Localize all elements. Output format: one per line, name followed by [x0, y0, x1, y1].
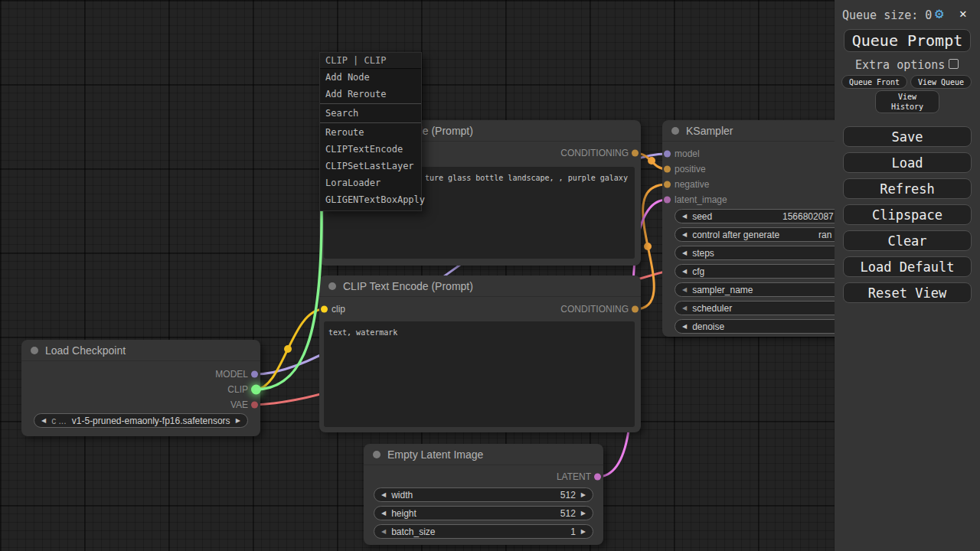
combo-prev-arrow-icon[interactable]	[41, 418, 46, 424]
prompt-textarea[interactable]: text, watermark	[324, 321, 635, 427]
decrement-arrow-icon[interactable]	[682, 214, 687, 220]
menu-separator	[320, 122, 421, 123]
load-default-button[interactable]: Load Default	[843, 256, 972, 277]
decrement-arrow-icon[interactable]	[381, 492, 386, 498]
node-load-checkpoint[interactable]: Load Checkpoint MODEL CLIP VAE c ... v1-…	[21, 340, 260, 436]
node-title-bar[interactable]: Load Checkpoint	[21, 340, 260, 361]
menu-item-clipsetlastlayer[interactable]: CLIPSetLastLayer	[320, 158, 421, 174]
widget-label: sampler_name	[692, 285, 753, 295]
conditioning-output-dot[interactable]	[632, 150, 639, 157]
increment-arrow-icon[interactable]	[581, 510, 586, 517]
menu-item-search[interactable]: Search	[320, 105, 421, 122]
node-title: CLIP Text Encode (Prompt)	[343, 280, 473, 292]
decrement-arrow-icon[interactable]	[381, 510, 386, 517]
node-graph-canvas[interactable]: Load Checkpoint MODEL CLIP VAE c ... v1-…	[0, 0, 980, 551]
queue-size-label: Queue size: 0	[842, 8, 932, 22]
widget-value: 512	[560, 508, 576, 519]
decrement-arrow-icon[interactable]	[381, 529, 386, 535]
widget-value: 512	[560, 490, 576, 500]
widget-label: control after generate	[692, 230, 779, 240]
output-slot-latent: LATENT	[364, 469, 603, 484]
widget-label: cfg	[692, 266, 704, 277]
menu-item-loraloader[interactable]: LoraLoader	[320, 174, 421, 191]
latent-image-input-dot[interactable]	[664, 197, 671, 204]
queue-front-button[interactable]: Queue Front	[841, 75, 907, 89]
clipspace-button[interactable]: Clipspace	[843, 204, 972, 225]
widget-label: c ...	[51, 416, 66, 426]
wire-negative-midpoint-dot	[644, 243, 652, 250]
model-input-dot[interactable]	[664, 151, 671, 158]
close-icon[interactable]: ✕	[959, 8, 967, 20]
clear-button[interactable]: Clear	[843, 230, 972, 251]
negative-input-dot[interactable]	[664, 181, 671, 188]
increment-arrow-icon[interactable]	[581, 529, 586, 535]
increment-arrow-icon[interactable]	[581, 492, 586, 498]
menu-item-cliptextencode[interactable]: CLIPTextEncode	[320, 141, 421, 158]
node-status-dot	[328, 282, 336, 290]
ckpt-name-combo-widget[interactable]: c ... v1-5-pruned-emaonly-fp16.safetenso…	[34, 413, 248, 428]
comfy-menu-panel: Queue size: 0 ⚙ ✕ Queue Prompt Extra opt…	[835, 0, 980, 551]
menu-item-reroute[interactable]: Reroute	[320, 124, 421, 141]
node-clip-text-encode-negative[interactable]: CLIP Text Encode (Prompt) clip CONDITION…	[319, 276, 641, 432]
node-title-bar[interactable]: Empty Latent Image	[364, 444, 603, 465]
widget-label: denoise	[692, 321, 724, 332]
reset-view-button[interactable]: Reset View	[843, 282, 972, 303]
menu-separator	[320, 103, 421, 104]
context-menu: CLIP | CLIP Add Node Add Reroute Search …	[319, 52, 422, 211]
vae-output-dot[interactable]	[251, 402, 258, 409]
combo-prev-arrow-icon[interactable]	[682, 305, 687, 311]
menu-item-gligentextboxapply[interactable]: GLIGENTextBoxApply	[320, 191, 421, 208]
decrement-arrow-icon[interactable]	[682, 250, 687, 256]
conditioning-output-dot[interactable]	[632, 306, 639, 313]
decrement-arrow-icon[interactable]	[682, 269, 687, 275]
settings-gear-icon[interactable]: ⚙	[935, 6, 943, 21]
refresh-button[interactable]: Refresh	[843, 178, 972, 199]
widget-label: width	[391, 490, 413, 500]
output-slot-model: MODEL	[21, 367, 260, 382]
load-button[interactable]: Load	[843, 152, 972, 173]
widget-label: seed	[692, 211, 712, 222]
combo-prev-arrow-icon[interactable]	[682, 287, 687, 293]
wire-drag-green	[255, 208, 322, 390]
widget-value: 1566802087	[782, 211, 834, 222]
decrement-arrow-icon[interactable]	[682, 232, 687, 238]
view-history-button[interactable]: View History	[875, 90, 939, 113]
widget-value: ran	[818, 230, 831, 240]
wire-clip	[255, 309, 324, 390]
height-widget[interactable]: height 512	[374, 506, 593, 520]
output-slot-conditioning: CONDITIONING	[319, 302, 641, 317]
node-status-dot	[31, 347, 38, 354]
view-queue-button[interactable]: View Queue	[910, 75, 972, 89]
wire-clip-midpoint-dot	[284, 345, 292, 353]
node-empty-latent-image[interactable]: Empty Latent Image LATENT width 512 heig…	[364, 444, 603, 545]
positive-input-dot[interactable]	[664, 166, 671, 173]
model-output-dot[interactable]	[251, 371, 258, 378]
comfyui-app: Load Checkpoint MODEL CLIP VAE c ... v1-…	[0, 0, 980, 551]
node-status-dot	[373, 451, 381, 458]
node-title-bar[interactable]: CLIP Text Encode (Prompt)	[319, 276, 641, 297]
widget-label: batch_size	[391, 527, 435, 537]
output-label: CONDITIONING	[548, 304, 641, 315]
menu-item-add-reroute[interactable]: Add Reroute	[320, 86, 421, 103]
menu-item-add-node[interactable]: Add Node	[320, 69, 421, 86]
node-status-dot	[671, 127, 679, 135]
extra-options-label: Extra options	[855, 58, 945, 72]
widget-value: 1	[570, 527, 576, 537]
save-button[interactable]: Save	[843, 126, 972, 147]
output-slot-clip: CLIP	[21, 382, 260, 397]
batch-size-widget[interactable]: batch_size 1	[374, 524, 593, 539]
output-label: CONDITIONING	[548, 148, 641, 158]
extra-options-checkbox[interactable]	[949, 59, 959, 69]
widget-label: steps	[692, 248, 714, 259]
context-menu-header: CLIP | CLIP	[320, 53, 421, 69]
clip-output-dot[interactable]	[251, 385, 261, 395]
node-title: KSampler	[686, 125, 733, 137]
queue-prompt-button[interactable]: Queue Prompt	[844, 29, 971, 52]
combo-next-arrow-icon[interactable]	[236, 418, 240, 424]
wire-positive-midpoint-dot	[648, 157, 655, 165]
decrement-arrow-icon[interactable]	[682, 324, 687, 330]
output-slot-vae: VAE	[21, 397, 260, 412]
latent-output-dot[interactable]	[594, 474, 601, 481]
widget-label: height	[391, 508, 416, 519]
width-widget[interactable]: width 512	[374, 487, 593, 502]
